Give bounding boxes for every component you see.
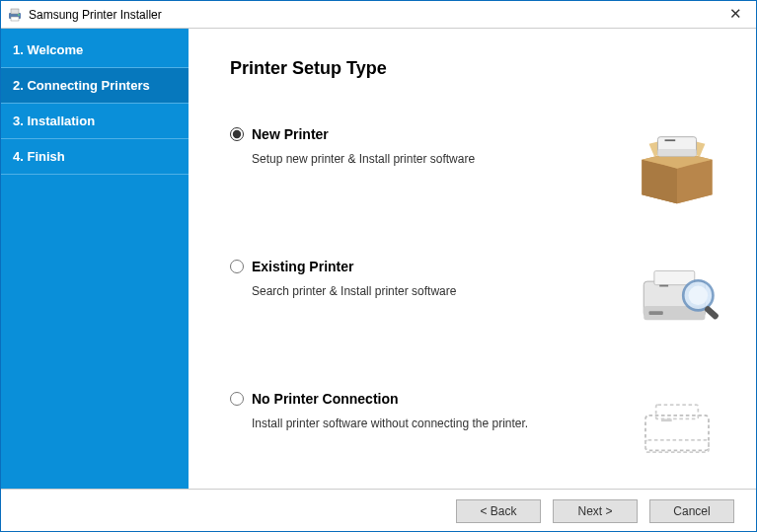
- svg-rect-15: [645, 416, 709, 451]
- svg-rect-14: [704, 305, 719, 320]
- option-new-printer[interactable]: New Printer Setup new printer & Install …: [230, 126, 736, 205]
- option-description: Setup new printer & Install printer soft…: [252, 152, 608, 166]
- window-title: Samsung Printer Installer: [29, 8, 162, 22]
- option-description: Search printer & Install printer softwar…: [252, 284, 608, 298]
- radio-row-new-printer[interactable]: New Printer: [230, 126, 608, 142]
- option-description: Install printer software without connect…: [252, 417, 608, 430]
- option-existing-printer[interactable]: Existing Printer Search printer & Instal…: [230, 259, 736, 338]
- radio-no-printer[interactable]: [230, 392, 244, 406]
- option-title: No Printer Connection: [252, 391, 399, 407]
- new-printer-icon: [618, 126, 736, 205]
- svg-rect-6: [665, 139, 676, 141]
- sidebar-item-installation[interactable]: 3. Installation: [1, 104, 189, 139]
- app-icon: [7, 7, 23, 23]
- sidebar-item-finish[interactable]: 4. Finish: [1, 139, 189, 175]
- svg-rect-1: [11, 9, 19, 14]
- sidebar-item-connecting-printers[interactable]: 2. Connecting Printers: [1, 68, 189, 104]
- svg-rect-16: [656, 405, 699, 418]
- svg-point-3: [18, 14, 20, 16]
- no-printer-icon: [618, 391, 736, 470]
- back-button[interactable]: < Back: [456, 499, 541, 523]
- sidebar-item-label: 2. Connecting Printers: [13, 78, 150, 93]
- next-button[interactable]: Next >: [553, 499, 638, 523]
- option-title: New Printer: [252, 126, 329, 142]
- sidebar-item-welcome[interactable]: 1. Welcome: [1, 33, 189, 68]
- svg-rect-11: [659, 285, 668, 287]
- sidebar-item-label: 1. Welcome: [13, 42, 83, 57]
- titlebar: Samsung Printer Installer ✕: [1, 1, 756, 29]
- option-no-printer-connection[interactable]: No Printer Connection Install printer so…: [230, 391, 736, 470]
- svg-rect-10: [649, 311, 663, 315]
- sidebar: 1. Welcome 2. Connecting Printers 3. Ins…: [1, 29, 189, 489]
- footer: < Back Next > Cancel: [1, 489, 756, 532]
- svg-rect-5: [657, 149, 696, 156]
- svg-rect-18: [661, 418, 672, 421]
- radio-new-printer[interactable]: [230, 127, 244, 141]
- close-icon[interactable]: ✕: [725, 5, 746, 23]
- cancel-button[interactable]: Cancel: [649, 499, 734, 523]
- svg-point-13: [689, 286, 709, 306]
- sidebar-item-label: 3. Installation: [13, 114, 95, 128]
- option-title: Existing Printer: [252, 259, 353, 274]
- existing-printer-icon: [618, 259, 736, 338]
- main-content: Printer Setup Type New Printer Setup new…: [189, 29, 756, 489]
- radio-existing-printer[interactable]: [230, 260, 244, 273]
- sidebar-item-label: 4. Finish: [13, 149, 65, 164]
- svg-rect-2: [11, 17, 19, 21]
- radio-row-existing-printer[interactable]: Existing Printer: [230, 259, 608, 274]
- body-area: 1. Welcome 2. Connecting Printers 3. Ins…: [1, 29, 756, 489]
- page-title: Printer Setup Type: [230, 58, 736, 79]
- radio-row-no-printer[interactable]: No Printer Connection: [230, 391, 608, 407]
